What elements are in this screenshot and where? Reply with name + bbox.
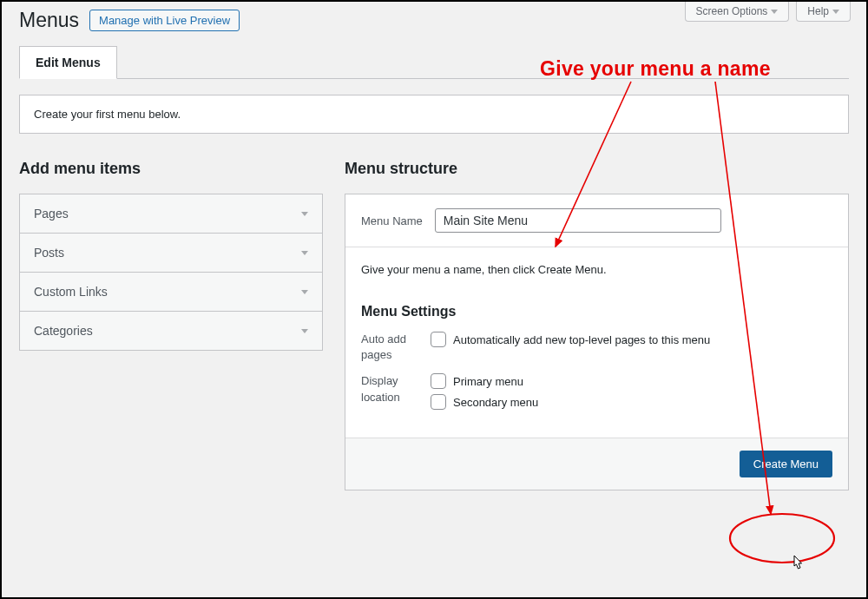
menu-structure-panel: Menu Name Give your menu a name, then cl… [345, 194, 849, 490]
notice-first-menu: Create your first menu below. [19, 95, 849, 134]
menu-structure-column: Menu structure Menu Name Give your menu … [345, 160, 849, 490]
chevron-down-icon [301, 212, 308, 216]
menu-items-accordion: Pages Posts Custom Links Categories [19, 194, 323, 351]
secondary-menu-option: Secondary menu [453, 396, 538, 409]
chevron-down-icon [832, 10, 839, 14]
menu-name-input[interactable] [435, 208, 721, 233]
page-title: Menus [19, 9, 79, 32]
add-menu-items-column: Add menu items Pages Posts Custom Links … [19, 160, 323, 490]
chevron-down-icon [301, 329, 308, 333]
tab-edit-menus[interactable]: Edit Menus [19, 46, 117, 79]
accordion-label: Posts [34, 246, 64, 260]
menu-name-label: Menu Name [361, 214, 423, 227]
chevron-down-icon [301, 251, 308, 255]
menu-instruction-text: Give your menu a name, then click Create… [345, 247, 848, 292]
chevron-down-icon [301, 290, 308, 294]
accordion-pages[interactable]: Pages [20, 194, 322, 234]
chevron-down-icon [771, 10, 778, 14]
menu-settings-block: Menu Settings Auto add pages Automatical… [345, 292, 848, 438]
accordion-label: Custom Links [34, 285, 108, 299]
accordion-label: Categories [34, 324, 93, 338]
screen-options-tab[interactable]: Screen Options [685, 2, 790, 22]
accordion-posts[interactable]: Posts [20, 234, 322, 273]
accordion-categories[interactable]: Categories [20, 312, 322, 350]
primary-menu-option: Primary menu [453, 375, 523, 388]
accordion-label: Pages [34, 207, 69, 221]
accordion-custom-links[interactable]: Custom Links [20, 273, 322, 312]
annotation-ellipse [730, 514, 834, 563]
secondary-menu-checkbox[interactable] [431, 394, 446, 410]
cursor-pointer-icon [789, 554, 806, 575]
display-location-label: Display location [361, 373, 415, 405]
create-menu-button[interactable]: Create Menu [740, 451, 832, 477]
menu-settings-heading: Menu Settings [361, 304, 832, 319]
auto-add-pages-option: Automatically add new top-level pages to… [453, 333, 710, 346]
help-tab[interactable]: Help [796, 2, 851, 22]
auto-add-pages-label: Auto add pages [361, 332, 415, 363]
primary-menu-checkbox[interactable] [431, 373, 446, 389]
add-menu-items-heading: Add menu items [19, 160, 323, 178]
manage-live-preview-button[interactable]: Manage with Live Preview [89, 10, 240, 31]
annotation-callout-text: Give your menu a name [540, 57, 771, 81]
auto-add-pages-checkbox[interactable] [431, 332, 446, 347]
menu-structure-heading: Menu structure [345, 160, 849, 178]
screen-options-label: Screen Options [696, 5, 768, 17]
help-label: Help [807, 5, 829, 17]
panel-footer: Create Menu [345, 438, 848, 490]
